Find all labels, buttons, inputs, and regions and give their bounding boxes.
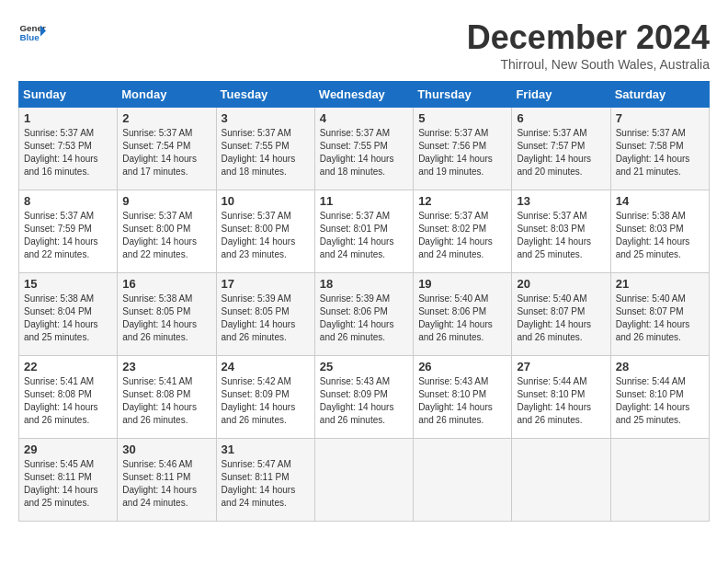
day-detail: Sunrise: 5:41 AMSunset: 8:08 PMDaylight:… xyxy=(24,376,98,425)
day-number: 18 xyxy=(320,277,408,291)
day-number: 2 xyxy=(122,111,210,125)
day-number: 13 xyxy=(517,194,605,208)
day-detail: Sunrise: 5:43 AMSunset: 8:10 PMDaylight:… xyxy=(418,376,493,425)
week-row-2: 8 Sunrise: 5:37 AMSunset: 7:59 PMDayligh… xyxy=(19,190,710,273)
week-row-1: 1 Sunrise: 5:37 AMSunset: 7:53 PMDayligh… xyxy=(19,108,710,190)
day-number: 31 xyxy=(222,442,310,456)
day-number: 19 xyxy=(418,277,506,291)
day-detail: Sunrise: 5:38 AMSunset: 8:05 PMDaylight:… xyxy=(122,293,197,342)
svg-text:Blue: Blue xyxy=(20,32,40,42)
page-header: General Blue December 2024 Thirroul, New… xyxy=(18,18,710,72)
day-number: 7 xyxy=(616,111,704,125)
day-number: 21 xyxy=(616,277,704,291)
calendar-cell: 29 Sunrise: 5:45 AMSunset: 8:11 PMDaylig… xyxy=(19,439,118,522)
calendar-cell: 5 Sunrise: 5:37 AMSunset: 7:56 PMDayligh… xyxy=(414,108,512,190)
calendar-cell: 28 Sunrise: 5:44 AMSunset: 8:10 PMDaylig… xyxy=(610,356,709,439)
calendar-cell: 31 Sunrise: 5:47 AMSunset: 8:11 PMDaylig… xyxy=(216,439,314,522)
day-number: 16 xyxy=(122,277,210,291)
calendar-cell: 3 Sunrise: 5:37 AMSunset: 7:55 PMDayligh… xyxy=(216,108,314,190)
day-detail: Sunrise: 5:37 AMSunset: 8:01 PMDaylight:… xyxy=(320,211,394,259)
header-day-thursday: Thursday xyxy=(414,82,512,108)
day-detail: Sunrise: 5:37 AMSunset: 7:57 PMDaylight:… xyxy=(517,128,591,177)
calendar-cell: 7 Sunrise: 5:37 AMSunset: 7:58 PMDayligh… xyxy=(610,108,709,190)
day-number: 28 xyxy=(616,360,704,373)
day-detail: Sunrise: 5:40 AMSunset: 8:07 PMDaylight:… xyxy=(517,293,591,342)
week-row-5: 29 Sunrise: 5:45 AMSunset: 8:11 PMDaylig… xyxy=(19,439,710,522)
day-number: 14 xyxy=(616,194,704,208)
calendar-cell: 23 Sunrise: 5:41 AMSunset: 8:08 PMDaylig… xyxy=(118,356,216,439)
day-number: 12 xyxy=(418,194,506,208)
day-detail: Sunrise: 5:37 AMSunset: 8:00 PMDaylight:… xyxy=(222,211,296,259)
day-number: 8 xyxy=(24,194,112,208)
calendar-cell xyxy=(610,439,709,522)
calendar-cell: 24 Sunrise: 5:42 AMSunset: 8:09 PMDaylig… xyxy=(216,356,314,439)
day-detail: Sunrise: 5:42 AMSunset: 8:09 PMDaylight:… xyxy=(222,376,296,425)
day-detail: Sunrise: 5:40 AMSunset: 8:06 PMDaylight:… xyxy=(418,293,493,342)
day-detail: Sunrise: 5:37 AMSunset: 7:53 PMDaylight:… xyxy=(24,128,98,177)
day-number: 22 xyxy=(24,360,112,373)
calendar-cell: 15 Sunrise: 5:38 AMSunset: 8:04 PMDaylig… xyxy=(19,273,118,356)
header-day-friday: Friday xyxy=(512,82,610,108)
calendar-cell: 27 Sunrise: 5:44 AMSunset: 8:10 PMDaylig… xyxy=(512,356,610,439)
calendar-table: SundayMondayTuesdayWednesdayThursdayFrid… xyxy=(18,81,710,522)
day-detail: Sunrise: 5:40 AMSunset: 8:07 PMDaylight:… xyxy=(616,293,690,342)
calendar-cell: 8 Sunrise: 5:37 AMSunset: 7:59 PMDayligh… xyxy=(19,190,118,273)
calendar-cell: 19 Sunrise: 5:40 AMSunset: 8:06 PMDaylig… xyxy=(414,273,512,356)
day-number: 11 xyxy=(320,194,408,208)
day-number: 30 xyxy=(122,442,210,456)
calendar-cell: 17 Sunrise: 5:39 AMSunset: 8:05 PMDaylig… xyxy=(216,273,314,356)
calendar-cell xyxy=(512,439,610,522)
day-number: 3 xyxy=(222,111,310,125)
day-number: 1 xyxy=(24,111,112,125)
day-number: 6 xyxy=(517,111,605,125)
day-number: 17 xyxy=(222,277,310,291)
calendar-cell: 9 Sunrise: 5:37 AMSunset: 8:00 PMDayligh… xyxy=(118,190,216,273)
week-row-4: 22 Sunrise: 5:41 AMSunset: 8:08 PMDaylig… xyxy=(19,356,710,439)
day-number: 4 xyxy=(320,111,408,125)
logo: General Blue xyxy=(18,18,46,46)
day-number: 5 xyxy=(418,111,506,125)
day-number: 26 xyxy=(418,360,506,373)
day-detail: Sunrise: 5:37 AMSunset: 7:56 PMDaylight:… xyxy=(418,128,493,177)
calendar-cell: 11 Sunrise: 5:37 AMSunset: 8:01 PMDaylig… xyxy=(314,190,413,273)
day-detail: Sunrise: 5:44 AMSunset: 8:10 PMDaylight:… xyxy=(616,376,690,425)
calendar-cell: 26 Sunrise: 5:43 AMSunset: 8:10 PMDaylig… xyxy=(414,356,512,439)
calendar-cell: 20 Sunrise: 5:40 AMSunset: 8:07 PMDaylig… xyxy=(512,273,610,356)
day-detail: Sunrise: 5:39 AMSunset: 8:05 PMDaylight:… xyxy=(222,293,296,342)
day-detail: Sunrise: 5:37 AMSunset: 7:58 PMDaylight:… xyxy=(616,128,690,177)
day-detail: Sunrise: 5:39 AMSunset: 8:06 PMDaylight:… xyxy=(320,293,394,342)
day-detail: Sunrise: 5:44 AMSunset: 8:10 PMDaylight:… xyxy=(517,376,591,425)
day-detail: Sunrise: 5:37 AMSunset: 8:02 PMDaylight:… xyxy=(418,211,493,259)
day-detail: Sunrise: 5:47 AMSunset: 8:11 PMDaylight:… xyxy=(222,459,296,508)
header-day-sunday: Sunday xyxy=(19,82,118,108)
day-detail: Sunrise: 5:46 AMSunset: 8:11 PMDaylight:… xyxy=(122,459,197,508)
day-detail: Sunrise: 5:41 AMSunset: 8:08 PMDaylight:… xyxy=(122,376,197,425)
calendar-cell: 30 Sunrise: 5:46 AMSunset: 8:11 PMDaylig… xyxy=(118,439,216,522)
calendar-cell: 4 Sunrise: 5:37 AMSunset: 7:55 PMDayligh… xyxy=(314,108,413,190)
calendar-cell: 10 Sunrise: 5:37 AMSunset: 8:00 PMDaylig… xyxy=(216,190,314,273)
day-number: 27 xyxy=(517,360,605,373)
title-block: December 2024 Thirroul, New South Wales,… xyxy=(467,18,710,72)
day-detail: Sunrise: 5:45 AMSunset: 8:11 PMDaylight:… xyxy=(24,459,98,508)
calendar-cell: 22 Sunrise: 5:41 AMSunset: 8:08 PMDaylig… xyxy=(19,356,118,439)
day-detail: Sunrise: 5:38 AMSunset: 8:04 PMDaylight:… xyxy=(24,293,98,342)
calendar-cell xyxy=(414,439,512,522)
calendar-cell: 2 Sunrise: 5:37 AMSunset: 7:54 PMDayligh… xyxy=(118,108,216,190)
day-detail: Sunrise: 5:37 AMSunset: 7:54 PMDaylight:… xyxy=(122,128,197,177)
header-row: SundayMondayTuesdayWednesdayThursdayFrid… xyxy=(19,82,710,108)
header-day-tuesday: Tuesday xyxy=(216,82,314,108)
day-detail: Sunrise: 5:37 AMSunset: 8:03 PMDaylight:… xyxy=(517,211,591,259)
calendar-cell: 13 Sunrise: 5:37 AMSunset: 8:03 PMDaylig… xyxy=(512,190,610,273)
week-row-3: 15 Sunrise: 5:38 AMSunset: 8:04 PMDaylig… xyxy=(19,273,710,356)
calendar-cell: 25 Sunrise: 5:43 AMSunset: 8:09 PMDaylig… xyxy=(314,356,413,439)
day-number: 29 xyxy=(24,442,112,456)
day-detail: Sunrise: 5:37 AMSunset: 8:00 PMDaylight:… xyxy=(122,211,197,259)
calendar-cell: 1 Sunrise: 5:37 AMSunset: 7:53 PMDayligh… xyxy=(19,108,118,190)
day-number: 15 xyxy=(24,277,112,291)
calendar-cell: 12 Sunrise: 5:37 AMSunset: 8:02 PMDaylig… xyxy=(414,190,512,273)
day-number: 25 xyxy=(320,360,408,373)
day-number: 9 xyxy=(122,194,210,208)
header-day-saturday: Saturday xyxy=(610,82,709,108)
day-number: 20 xyxy=(517,277,605,291)
day-number: 23 xyxy=(122,360,210,373)
